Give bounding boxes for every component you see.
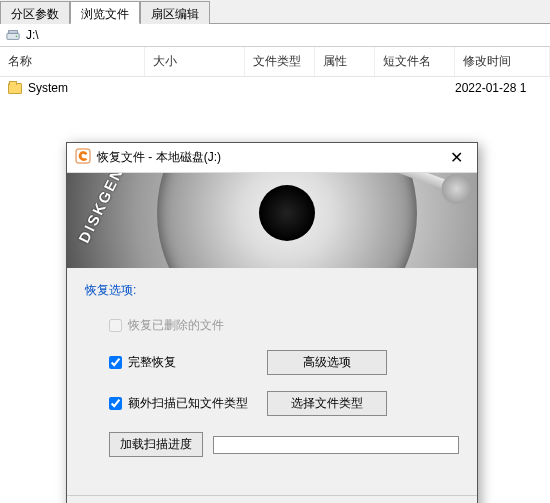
drive-icon bbox=[6, 28, 20, 42]
col-short[interactable]: 短文件名 bbox=[375, 47, 455, 76]
recovery-options-label: 恢复选项: bbox=[85, 282, 459, 299]
col-mtime[interactable]: 修改时间 bbox=[455, 47, 550, 76]
dialog-banner: DISKGENIUS bbox=[67, 173, 477, 268]
file-column-headers: 名称 大小 文件类型 属性 短文件名 修改时间 bbox=[0, 47, 550, 77]
recover-files-dialog: 恢复文件 - 本地磁盘(J:) ✕ DISKGENIUS 恢复选项: 恢复已删除… bbox=[66, 142, 478, 503]
col-type[interactable]: 文件类型 bbox=[245, 47, 315, 76]
tab-partition-params[interactable]: 分区参数 bbox=[0, 1, 70, 24]
folder-icon bbox=[8, 83, 22, 94]
select-file-types-button[interactable]: 选择文件类型 bbox=[267, 391, 387, 416]
opt-recover-deleted-checkbox bbox=[109, 319, 122, 332]
file-list: System 2022-01-28 1 恢复文件 - 本地磁盘(J:) ✕ DI… bbox=[0, 77, 550, 497]
tab-browse-files[interactable]: 浏览文件 bbox=[70, 1, 140, 24]
opt-recover-deleted: 恢复已删除的文件 bbox=[109, 317, 224, 334]
load-scan-progress-button[interactable]: 加载扫描进度 bbox=[109, 432, 203, 457]
opt-full-recover-checkbox[interactable] bbox=[109, 356, 122, 369]
brand-text: DISKGENIUS bbox=[75, 173, 140, 245]
scan-progress-bar bbox=[213, 436, 459, 454]
dialog-titlebar: 恢复文件 - 本地磁盘(J:) ✕ bbox=[67, 143, 477, 173]
opt-full-recover-label: 完整恢复 bbox=[128, 354, 176, 371]
dialog-title: 恢复文件 - 本地磁盘(J:) bbox=[97, 149, 438, 166]
opt-recover-deleted-label: 恢复已删除的文件 bbox=[128, 317, 224, 334]
opt-extra-scan[interactable]: 额外扫描已知文件类型 bbox=[109, 395, 259, 412]
opt-full-recover[interactable]: 完整恢复 bbox=[109, 354, 259, 371]
svg-point-1 bbox=[16, 35, 18, 37]
list-item[interactable]: System 2022-01-28 1 bbox=[0, 77, 550, 99]
close-icon[interactable]: ✕ bbox=[444, 148, 469, 168]
file-mtime: 2022-01-28 1 bbox=[455, 81, 526, 95]
advanced-options-button[interactable]: 高级选项 bbox=[267, 350, 387, 375]
opt-extra-scan-checkbox[interactable] bbox=[109, 397, 122, 410]
dialog-body: 恢复选项: 恢复已删除的文件 完整恢复 高级选项 额外扫描已知文件类型 bbox=[67, 268, 477, 471]
main-tabs: 分区参数 浏览文件 扇区编辑 bbox=[0, 0, 550, 24]
col-name[interactable]: 名称 bbox=[0, 47, 145, 76]
opt-extra-scan-label: 额外扫描已知文件类型 bbox=[128, 395, 248, 412]
path-bar: J:\ bbox=[0, 24, 550, 47]
tab-sector-edit[interactable]: 扇区编辑 bbox=[140, 1, 210, 24]
col-attr[interactable]: 属性 bbox=[315, 47, 375, 76]
file-name: System bbox=[28, 81, 161, 95]
svg-rect-2 bbox=[9, 31, 18, 34]
app-icon bbox=[75, 148, 91, 167]
path-text: J:\ bbox=[26, 28, 39, 42]
col-size[interactable]: 大小 bbox=[145, 47, 245, 76]
dialog-footer: 扫描时阻止系统睡眠 开始 bbox=[67, 495, 477, 503]
